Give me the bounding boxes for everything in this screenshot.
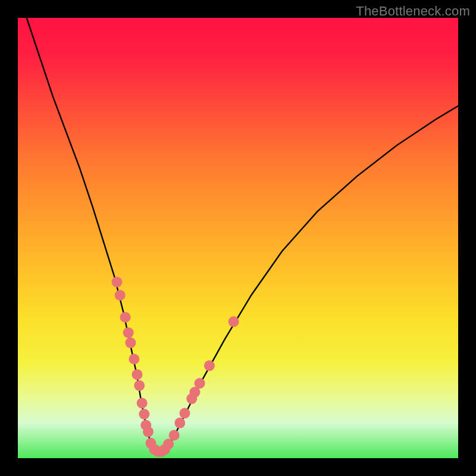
data-point xyxy=(169,430,180,441)
data-point xyxy=(129,354,139,365)
data-point xyxy=(115,290,126,300)
data-point xyxy=(174,418,185,428)
watermark-text: TheBottleneck.com xyxy=(356,4,470,19)
data-point xyxy=(204,361,215,371)
data-points xyxy=(112,277,239,457)
data-point xyxy=(143,427,154,437)
data-point xyxy=(180,408,190,419)
data-point xyxy=(228,317,239,327)
data-point xyxy=(134,380,145,391)
data-point xyxy=(120,312,131,322)
data-point xyxy=(139,409,149,419)
data-point xyxy=(123,327,134,338)
chart-area xyxy=(18,18,458,458)
data-point xyxy=(112,277,123,287)
data-point xyxy=(195,378,205,389)
data-point xyxy=(137,398,148,409)
data-point xyxy=(132,369,143,380)
chart-svg xyxy=(18,18,458,458)
data-point xyxy=(125,337,136,348)
bottleneck-curve xyxy=(27,18,458,452)
data-point xyxy=(163,439,174,449)
